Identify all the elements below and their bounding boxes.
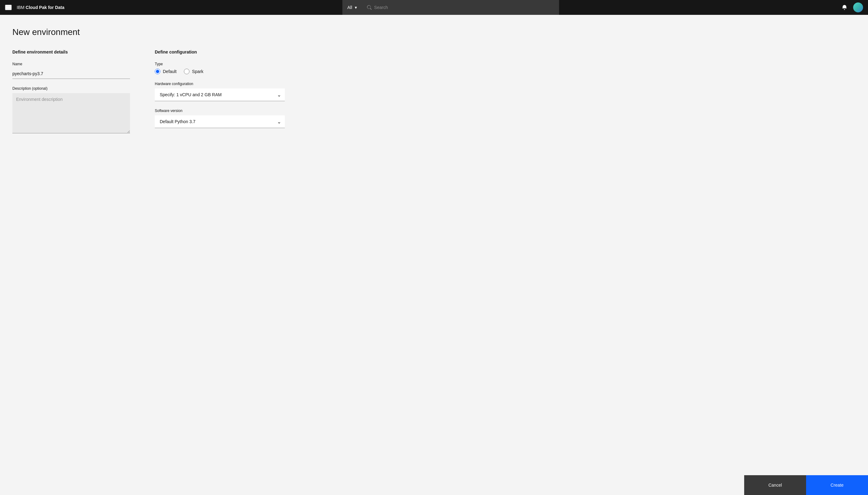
- name-input[interactable]: [12, 69, 130, 79]
- right-section-title: Define configuration: [155, 50, 285, 54]
- form-columns: Define environment details Name Descript…: [12, 50, 856, 142]
- software-field-group: Software version Default Python 3.7 Defa…: [155, 108, 285, 128]
- hardware-field-group: Hardware configuration Specify: 1 vCPU a…: [155, 82, 285, 101]
- type-default-radio[interactable]: [155, 69, 160, 74]
- brand-regular: IBM: [17, 5, 26, 10]
- description-field-group: Description (optional): [12, 86, 130, 135]
- filter-button[interactable]: All ▾: [343, 0, 362, 15]
- name-label: Name: [12, 62, 130, 66]
- software-select[interactable]: Default Python 3.7 Default Python 3.6: [155, 115, 285, 128]
- brand-bold: Cloud Pak for Data: [26, 5, 64, 10]
- search-icon: [367, 5, 372, 10]
- search-area: All ▾: [343, 0, 559, 15]
- type-radio-group: Default Spark: [155, 69, 285, 74]
- cancel-button[interactable]: Cancel: [744, 475, 806, 495]
- top-navigation: IBM Cloud Pak for Data All ▾: [0, 0, 868, 15]
- software-select-wrapper: Default Python 3.7 Default Python 3.6 ⌄: [155, 115, 285, 128]
- right-section: Define configuration Type Default Spark …: [155, 50, 285, 142]
- description-label: Description (optional): [12, 86, 130, 91]
- notification-button[interactable]: [837, 0, 852, 15]
- software-label: Software version: [155, 108, 285, 113]
- type-label: Type: [155, 62, 285, 66]
- type-spark-option[interactable]: Spark: [184, 69, 203, 74]
- type-field-group: Type Default Spark: [155, 62, 285, 74]
- type-default-option[interactable]: Default: [155, 69, 177, 74]
- hardware-select-wrapper: Specify: 1 vCPU and 2 GB RAM Specify: 2 …: [155, 88, 285, 101]
- filter-label: All: [347, 5, 352, 10]
- page-content: New environment Define environment detai…: [0, 15, 868, 495]
- hardware-select[interactable]: Specify: 1 vCPU and 2 GB RAM Specify: 2 …: [155, 88, 285, 101]
- type-spark-label: Spark: [192, 69, 203, 74]
- page-title: New environment: [12, 27, 856, 37]
- create-button[interactable]: Create: [806, 475, 868, 495]
- topnav-right-area: [837, 0, 863, 15]
- menu-icon[interactable]: [5, 5, 12, 10]
- name-field-group: Name: [12, 62, 130, 79]
- user-avatar[interactable]: [853, 2, 863, 12]
- app-brand: IBM Cloud Pak for Data: [17, 5, 64, 10]
- filter-chevron-icon: ▾: [355, 5, 357, 10]
- type-default-label: Default: [163, 69, 177, 74]
- search-bar: [362, 0, 559, 15]
- action-bar: Cancel Create: [744, 475, 868, 495]
- type-spark-radio[interactable]: [184, 69, 189, 74]
- left-section-title: Define environment details: [12, 50, 130, 54]
- search-input[interactable]: [374, 5, 554, 10]
- description-textarea[interactable]: [12, 93, 130, 133]
- hardware-label: Hardware configuration: [155, 82, 285, 86]
- left-section: Define environment details Name Descript…: [12, 50, 130, 142]
- bell-icon: [841, 4, 848, 11]
